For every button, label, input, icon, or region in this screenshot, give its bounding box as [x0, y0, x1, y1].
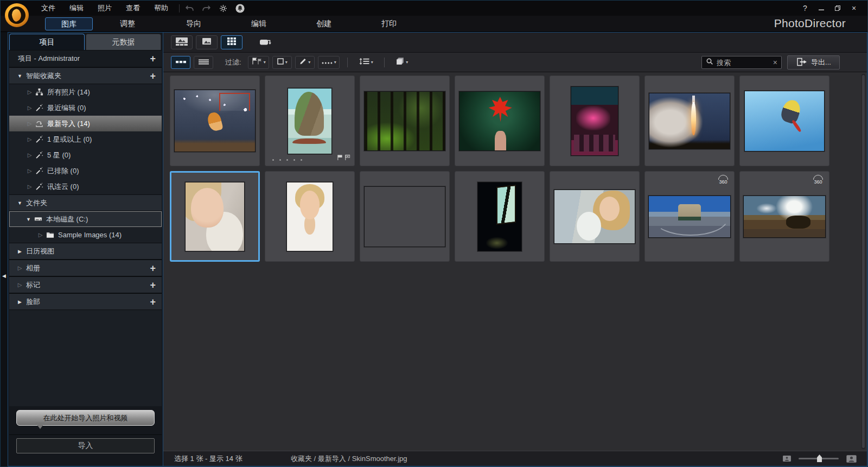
menu-view[interactable]: 查看 — [120, 2, 146, 15]
tab-create[interactable]: 创建 — [300, 17, 348, 30]
expander-icon[interactable]: ▷ — [25, 184, 34, 190]
add-button[interactable]: + — [150, 263, 156, 273]
scrollbar-thumb[interactable] — [862, 75, 865, 448]
export-button[interactable]: 导出... — [787, 55, 840, 70]
photo-cell-smiling-woman-white-sweater[interactable] — [170, 171, 260, 262]
undo-icon[interactable] — [184, 3, 194, 13]
thumbnail-size-slider[interactable] — [799, 458, 839, 459]
tab-print[interactable]: 打印 — [365, 17, 413, 30]
expander-icon[interactable]: ▷ — [25, 121, 34, 127]
expander-icon[interactable]: ▷ — [25, 152, 34, 158]
expander-icon[interactable]: ▼ — [16, 200, 24, 206]
edited-filter-button[interactable]: ▾ — [295, 56, 315, 69]
tree-item-one-star-or-more[interactable]: ▷1 星或以上 (0) — [9, 131, 162, 147]
tree-item-albums[interactable]: ▷相册+ — [9, 260, 162, 276]
grid-scrollbar[interactable] — [861, 74, 865, 449]
label-filter-button[interactable]: ▾ — [272, 56, 292, 69]
tab-guided[interactable]: 导向 — [170, 17, 218, 30]
photo-cell-sunlit-forest[interactable] — [360, 75, 450, 166]
expander-icon[interactable]: ▼ — [16, 73, 24, 79]
photo-cell-ocean-wave-barrel[interactable] — [360, 171, 450, 262]
sort-button[interactable]: ▾ — [355, 56, 376, 69]
tree-item-faces[interactable]: ▶脸部+ — [9, 293, 162, 310]
photo-cell-neon-crepe-cafe-sign[interactable] — [550, 75, 640, 166]
slider-handle[interactable] — [817, 455, 822, 462]
tree-item-excluded[interactable]: ▷已排除 (0) — [9, 163, 162, 179]
expander-icon[interactable]: ▶ — [16, 249, 24, 254]
tree-item-tags[interactable]: ▷标记+ — [9, 276, 162, 293]
help-button[interactable]: ? — [798, 3, 812, 14]
photo-cell-island-rock-with-boat[interactable] — [265, 75, 355, 166]
mirror-mode-button[interactable] — [254, 35, 276, 49]
menu-photo[interactable]: 照片 — [92, 2, 118, 15]
clear-search-icon[interactable]: × — [773, 59, 777, 66]
expander-icon[interactable]: ▶ — [16, 299, 24, 305]
tree-item-folders[interactable]: ▼文件夹 — [9, 194, 162, 211]
search-input[interactable] — [717, 59, 770, 67]
tree-item-project-header[interactable]: 项目 - Administrator+ — [9, 51, 162, 67]
tree-item-calendar-view[interactable]: ▶日历视图 — [9, 243, 162, 260]
menu-file[interactable]: 文件 — [35, 2, 61, 15]
tab-edit[interactable]: 编辑 — [235, 17, 283, 30]
tab-project[interactable]: 项目 — [9, 34, 85, 50]
rating-dots-icon — [321, 58, 333, 67]
thumbnail-size-small-button[interactable] — [171, 56, 190, 69]
tree-item-recently-edited[interactable]: ▷最近编辑 (0) — [9, 100, 162, 116]
photo-cell-woman-outdoor-portrait[interactable] — [550, 171, 640, 262]
photo-cell-laughing-woman[interactable] — [265, 171, 355, 262]
add-button[interactable]: + — [150, 297, 156, 307]
stack-button[interactable]: ▾ — [392, 56, 412, 69]
notification-bell-icon[interactable] — [235, 3, 245, 13]
gear-icon[interactable] — [218, 3, 228, 13]
tree-item-latest-import[interactable]: ▷最新导入 (14) — [9, 116, 162, 131]
expander-icon[interactable]: ▼ — [24, 217, 33, 222]
expander-icon[interactable]: ▷ — [25, 168, 34, 174]
restore-button[interactable] — [831, 3, 845, 14]
view-grid-button[interactable] — [221, 35, 242, 49]
view-thumbnail-filmstrip-button[interactable] — [171, 35, 193, 49]
photo-cell-skateboarder-jump[interactable] — [739, 75, 829, 166]
add-button[interactable]: + — [150, 54, 156, 64]
app-logo-icon[interactable] — [5, 3, 29, 27]
expander-icon[interactable]: ▷ — [36, 232, 44, 238]
menu-edit[interactable]: 编辑 — [63, 2, 90, 15]
photo-cell-dark-church-window-light[interactable] — [455, 171, 545, 262]
tree-item-smart-collections[interactable]: ▼智能收藏夹+ — [9, 67, 162, 84]
photo-cell-rocket-launch[interactable] — [644, 75, 735, 166]
flag-icon[interactable] — [337, 153, 343, 163]
add-button[interactable]: + — [150, 71, 156, 81]
tree-item-local-disk-c[interactable]: ▼本地磁盘 (C:) — [9, 211, 162, 227]
photo-cell-red-maple-leaf-on-hand[interactable] — [455, 75, 545, 166]
import-button[interactable]: 导入 — [16, 438, 155, 453]
flag-filter-button[interactable]: ▾ — [248, 56, 269, 69]
reject-flag-icon[interactable] — [344, 153, 350, 163]
redo-icon[interactable] — [201, 3, 211, 13]
expander-icon[interactable]: ▷ — [25, 89, 34, 95]
photo-cell-360-city-panorama[interactable]: 360 — [644, 171, 735, 262]
rating-dots[interactable] — [272, 159, 302, 161]
sidebar-collapse-arrow[interactable]: ◀ — [1, 269, 8, 282]
small-thumbnail-icon[interactable] — [782, 455, 792, 462]
photo-cell-basketball-dunk-arena[interactable] — [170, 75, 260, 166]
list-view-button[interactable] — [194, 56, 213, 69]
expander-icon[interactable]: ▷ — [16, 282, 24, 288]
tab-metadata[interactable]: 元数据 — [86, 34, 161, 50]
tree-item-all-photos[interactable]: ▷所有照片 (14) — [9, 84, 162, 100]
expander-icon[interactable]: ▷ — [16, 265, 24, 271]
photo-cell-360-trail-panorama[interactable]: 360 — [739, 171, 829, 262]
view-single-photo-button[interactable] — [196, 35, 218, 49]
add-button[interactable]: + — [150, 280, 156, 290]
tree-item-sample-images[interactable]: ▷Sample Images (14) — [9, 227, 162, 243]
rating-filter-button[interactable]: ▾ — [318, 56, 340, 69]
tab-adjust[interactable]: 调整 — [104, 17, 151, 30]
tree-item-cyberlink-cloud[interactable]: ▷讯连云 (0) — [9, 179, 162, 194]
minimize-button[interactable] — [814, 3, 828, 14]
expander-icon[interactable]: ▷ — [25, 105, 34, 111]
expander-icon[interactable]: ▷ — [25, 136, 34, 142]
close-button[interactable]: × — [847, 3, 861, 14]
menu-help[interactable]: 帮助 — [148, 2, 174, 15]
tree-item-five-star[interactable]: ▷5 星 (0) — [9, 147, 162, 163]
tab-library[interactable]: 图库 — [45, 17, 93, 30]
chevron-down-icon: ▾ — [285, 60, 288, 65]
large-thumbnail-icon[interactable] — [846, 455, 857, 463]
